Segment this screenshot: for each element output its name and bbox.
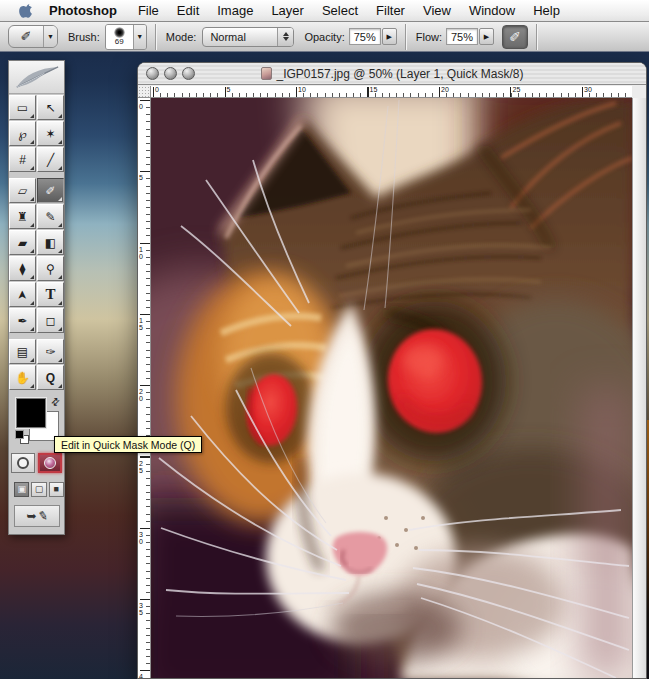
ruler-label: 5 bbox=[139, 172, 143, 181]
tool-shape[interactable]: ◻ bbox=[37, 308, 64, 333]
quick-mask-icon bbox=[44, 457, 56, 469]
horizontal-ruler: 051015202530 bbox=[151, 86, 632, 98]
tool-icon: ◻ bbox=[46, 314, 56, 328]
swap-colors-icon[interactable]: ⇄ bbox=[48, 395, 62, 409]
document-icon bbox=[261, 67, 272, 80]
tool-healing-brush[interactable]: ▱ bbox=[9, 178, 36, 203]
opacity-label: Opacity: bbox=[304, 31, 344, 43]
minimize-button[interactable] bbox=[164, 67, 177, 80]
mode-label: Mode: bbox=[166, 31, 197, 43]
tool-options-bar: ✐ ▼ Brush: 69 ▼ Mode: Normal Opacity: 75… bbox=[0, 22, 649, 52]
menu-bar: PhotoshopFileEditImageLayerSelectFilterV… bbox=[0, 0, 649, 22]
menu-item[interactable]: Select bbox=[313, 0, 367, 21]
tool-magic-wand[interactable]: ✶ bbox=[37, 121, 64, 146]
blend-mode-select[interactable]: Normal bbox=[202, 27, 294, 47]
ruler-label: 4 0 bbox=[139, 671, 143, 678]
vertical-scrollbar[interactable] bbox=[632, 98, 646, 678]
jump-to-imageready-button[interactable]: ➥ ✎ bbox=[14, 505, 60, 527]
stepper-arrows-icon bbox=[277, 28, 293, 46]
tool-icon: ✑ bbox=[45, 345, 55, 359]
ruler-label: 3 0 bbox=[139, 529, 143, 545]
tool-icon: ✋ bbox=[15, 371, 30, 385]
flow-slider-arrow-icon[interactable]: ▶ bbox=[479, 28, 494, 45]
airbrush-toggle-button[interactable]: ✐ bbox=[502, 25, 528, 49]
menu-item[interactable]: Image bbox=[208, 0, 262, 21]
title-bar[interactable]: _IGP0157.jpg @ 50% (Layer 1, Quick Mask/… bbox=[138, 63, 646, 85]
close-button[interactable] bbox=[146, 67, 159, 80]
opacity-slider-arrow-icon[interactable]: ▶ bbox=[382, 28, 397, 45]
menu-item[interactable]: Window bbox=[460, 0, 524, 21]
menu-item[interactable]: File bbox=[129, 0, 168, 21]
screen-mode-icon: ▢ bbox=[35, 485, 44, 494]
pencil-icon: ✎ bbox=[36, 508, 48, 524]
screen-mode-fullscreen-with-menubar[interactable]: ▢ bbox=[31, 482, 46, 497]
menu-items: PhotoshopFileEditImageLayerSelectFilterV… bbox=[40, 0, 569, 21]
tool-icon: ▤ bbox=[17, 345, 28, 359]
tool-path-selection[interactable]: ➤ bbox=[9, 282, 36, 307]
default-colors-icon[interactable] bbox=[15, 430, 29, 444]
tool-grid: ▭↖℘✶#╱▱✐♜✎▰◧⧫⚲➤T✒◻▤✑✋Q bbox=[9, 94, 64, 390]
ruler-label: 30 bbox=[582, 86, 592, 94]
menu-item[interactable]: View bbox=[414, 0, 460, 21]
ruler-corner bbox=[138, 86, 151, 98]
tool-brush[interactable]: ✐ bbox=[37, 178, 64, 203]
zoom-button[interactable] bbox=[182, 67, 195, 80]
flow-field[interactable]: 75% bbox=[446, 28, 478, 45]
tool-lasso[interactable]: ℘ bbox=[9, 121, 36, 146]
apple-menu[interactable] bbox=[19, 3, 34, 19]
tool-icon: ➤ bbox=[16, 289, 30, 299]
tool-preset-picker[interactable]: ✐ ▼ bbox=[8, 25, 58, 48]
tool-zoom[interactable]: Q bbox=[37, 365, 64, 390]
standard-mode-button[interactable] bbox=[11, 453, 35, 473]
opacity-field[interactable]: 75% bbox=[349, 28, 381, 45]
menu-item[interactable]: Filter bbox=[367, 0, 414, 21]
document-title-group: _IGP0157.jpg @ 50% (Layer 1, Quick Mask/… bbox=[261, 67, 524, 81]
tool-move[interactable]: ↖ bbox=[37, 95, 64, 120]
canvas-image[interactable] bbox=[151, 98, 632, 679]
tool-icon: T bbox=[45, 286, 55, 303]
screen: PhotoshopFileEditImageLayerSelectFilterV… bbox=[0, 0, 649, 679]
ruler-label: 0 bbox=[139, 101, 143, 110]
screen-mode-standard-screen[interactable]: ▣ bbox=[14, 482, 29, 497]
tool-type[interactable]: T bbox=[37, 282, 64, 307]
tool-icon: ✶ bbox=[45, 127, 55, 141]
menu-item[interactable]: Photoshop bbox=[40, 0, 129, 21]
tool-history-brush[interactable]: ✎ bbox=[37, 204, 64, 229]
brush-preset-picker[interactable]: 69 ▼ bbox=[105, 24, 147, 50]
menu-item[interactable]: Edit bbox=[168, 0, 208, 21]
separator bbox=[536, 24, 537, 50]
ruler-label: 1 5 bbox=[139, 315, 143, 331]
tool[interactable] bbox=[9, 173, 64, 177]
screen-mode-fullscreen[interactable]: ■ bbox=[49, 482, 64, 497]
tool-rectangular-marquee[interactable]: ▭ bbox=[9, 95, 36, 120]
menu-item[interactable]: Layer bbox=[262, 0, 313, 21]
toolbox-palette: ▭↖℘✶#╱▱✐♜✎▰◧⧫⚲➤T✒◻▤✑✋Q ⇄ ▣▢■ ➥ ✎ bbox=[8, 60, 65, 535]
brush-tool-icon: ✐ bbox=[9, 29, 43, 44]
tool-eyedropper[interactable]: ✑ bbox=[37, 339, 64, 364]
ruler-label: 0 bbox=[153, 86, 159, 94]
tool[interactable] bbox=[9, 334, 64, 338]
tool-pen[interactable]: ✒ bbox=[9, 308, 36, 333]
tooltip-text: Edit in Quick Mask Mode (Q) bbox=[61, 439, 195, 451]
edit-mode-buttons bbox=[9, 453, 64, 473]
window-controls bbox=[146, 67, 195, 80]
tool-gradient[interactable]: ◧ bbox=[37, 230, 64, 255]
quick-mask-mode-button[interactable] bbox=[38, 453, 62, 473]
tool-clone-stamp[interactable]: ♜ bbox=[9, 204, 36, 229]
foreground-color-swatch[interactable] bbox=[16, 398, 46, 428]
tool-hand[interactable]: ✋ bbox=[9, 365, 36, 390]
blend-mode-value: Normal bbox=[203, 31, 277, 43]
tool-dodge[interactable]: ⚲ bbox=[37, 256, 64, 281]
tool-blur[interactable]: ⧫ bbox=[9, 256, 36, 281]
ruler-label: 25 bbox=[511, 86, 521, 94]
tool-slice[interactable]: ╱ bbox=[37, 147, 64, 172]
ruler-label: 5 bbox=[225, 86, 231, 94]
tool-crop[interactable]: # bbox=[9, 147, 36, 172]
menu-item[interactable]: Help bbox=[524, 0, 569, 21]
tool-notes[interactable]: ▤ bbox=[9, 339, 36, 364]
tooltip: Edit in Quick Mask Mode (Q) bbox=[54, 436, 202, 453]
tool-icon: ▰ bbox=[18, 236, 27, 250]
tool-icon: Q bbox=[46, 371, 55, 385]
separator bbox=[155, 24, 156, 50]
tool-eraser[interactable]: ▰ bbox=[9, 230, 36, 255]
